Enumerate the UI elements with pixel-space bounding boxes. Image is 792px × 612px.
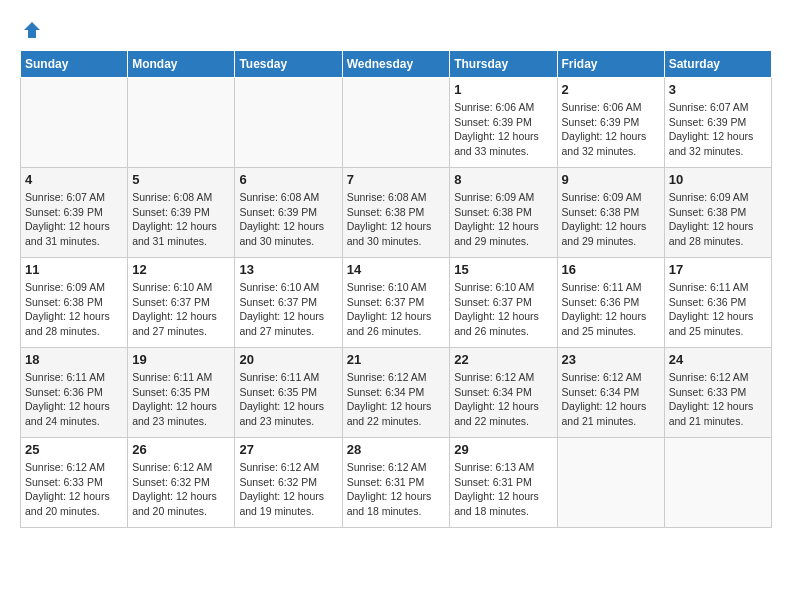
day-number: 8 bbox=[454, 172, 552, 187]
weekday-header-tuesday: Tuesday bbox=[235, 51, 342, 78]
calendar-week-row: 11Sunrise: 6:09 AM Sunset: 6:38 PM Dayli… bbox=[21, 258, 772, 348]
day-number: 12 bbox=[132, 262, 230, 277]
weekday-header-friday: Friday bbox=[557, 51, 664, 78]
calendar-cell bbox=[664, 438, 771, 528]
day-info: Sunrise: 6:12 AM Sunset: 6:33 PM Dayligh… bbox=[669, 370, 767, 429]
calendar-cell: 4Sunrise: 6:07 AM Sunset: 6:39 PM Daylig… bbox=[21, 168, 128, 258]
calendar-week-row: 1Sunrise: 6:06 AM Sunset: 6:39 PM Daylig… bbox=[21, 78, 772, 168]
day-info: Sunrise: 6:09 AM Sunset: 6:38 PM Dayligh… bbox=[454, 190, 552, 249]
day-info: Sunrise: 6:12 AM Sunset: 6:34 PM Dayligh… bbox=[562, 370, 660, 429]
calendar-cell bbox=[342, 78, 450, 168]
day-info: Sunrise: 6:08 AM Sunset: 6:38 PM Dayligh… bbox=[347, 190, 446, 249]
day-number: 23 bbox=[562, 352, 660, 367]
day-number: 22 bbox=[454, 352, 552, 367]
calendar-cell: 27Sunrise: 6:12 AM Sunset: 6:32 PM Dayli… bbox=[235, 438, 342, 528]
calendar-cell: 5Sunrise: 6:08 AM Sunset: 6:39 PM Daylig… bbox=[128, 168, 235, 258]
calendar-cell: 11Sunrise: 6:09 AM Sunset: 6:38 PM Dayli… bbox=[21, 258, 128, 348]
calendar-cell: 18Sunrise: 6:11 AM Sunset: 6:36 PM Dayli… bbox=[21, 348, 128, 438]
calendar-cell bbox=[235, 78, 342, 168]
day-number: 25 bbox=[25, 442, 123, 457]
day-info: Sunrise: 6:10 AM Sunset: 6:37 PM Dayligh… bbox=[454, 280, 552, 339]
calendar-cell: 24Sunrise: 6:12 AM Sunset: 6:33 PM Dayli… bbox=[664, 348, 771, 438]
day-number: 11 bbox=[25, 262, 123, 277]
day-number: 14 bbox=[347, 262, 446, 277]
day-number: 10 bbox=[669, 172, 767, 187]
day-number: 20 bbox=[239, 352, 337, 367]
day-info: Sunrise: 6:11 AM Sunset: 6:36 PM Dayligh… bbox=[669, 280, 767, 339]
calendar-week-row: 4Sunrise: 6:07 AM Sunset: 6:39 PM Daylig… bbox=[21, 168, 772, 258]
day-number: 16 bbox=[562, 262, 660, 277]
day-info: Sunrise: 6:13 AM Sunset: 6:31 PM Dayligh… bbox=[454, 460, 552, 519]
calendar-cell: 17Sunrise: 6:11 AM Sunset: 6:36 PM Dayli… bbox=[664, 258, 771, 348]
weekday-header-wednesday: Wednesday bbox=[342, 51, 450, 78]
day-number: 26 bbox=[132, 442, 230, 457]
day-number: 9 bbox=[562, 172, 660, 187]
day-info: Sunrise: 6:06 AM Sunset: 6:39 PM Dayligh… bbox=[454, 100, 552, 159]
day-number: 7 bbox=[347, 172, 446, 187]
calendar-cell: 10Sunrise: 6:09 AM Sunset: 6:38 PM Dayli… bbox=[664, 168, 771, 258]
calendar-cell: 16Sunrise: 6:11 AM Sunset: 6:36 PM Dayli… bbox=[557, 258, 664, 348]
day-number: 24 bbox=[669, 352, 767, 367]
calendar-cell: 3Sunrise: 6:07 AM Sunset: 6:39 PM Daylig… bbox=[664, 78, 771, 168]
day-info: Sunrise: 6:08 AM Sunset: 6:39 PM Dayligh… bbox=[239, 190, 337, 249]
logo bbox=[20, 20, 42, 34]
calendar-cell: 26Sunrise: 6:12 AM Sunset: 6:32 PM Dayli… bbox=[128, 438, 235, 528]
day-number: 1 bbox=[454, 82, 552, 97]
day-number: 6 bbox=[239, 172, 337, 187]
day-number: 19 bbox=[132, 352, 230, 367]
calendar-cell: 2Sunrise: 6:06 AM Sunset: 6:39 PM Daylig… bbox=[557, 78, 664, 168]
day-info: Sunrise: 6:07 AM Sunset: 6:39 PM Dayligh… bbox=[25, 190, 123, 249]
day-info: Sunrise: 6:07 AM Sunset: 6:39 PM Dayligh… bbox=[669, 100, 767, 159]
day-info: Sunrise: 6:06 AM Sunset: 6:39 PM Dayligh… bbox=[562, 100, 660, 159]
calendar-cell: 13Sunrise: 6:10 AM Sunset: 6:37 PM Dayli… bbox=[235, 258, 342, 348]
calendar-cell: 29Sunrise: 6:13 AM Sunset: 6:31 PM Dayli… bbox=[450, 438, 557, 528]
day-info: Sunrise: 6:10 AM Sunset: 6:37 PM Dayligh… bbox=[239, 280, 337, 339]
weekday-header-saturday: Saturday bbox=[664, 51, 771, 78]
calendar-cell: 25Sunrise: 6:12 AM Sunset: 6:33 PM Dayli… bbox=[21, 438, 128, 528]
day-number: 28 bbox=[347, 442, 446, 457]
day-number: 3 bbox=[669, 82, 767, 97]
day-number: 18 bbox=[25, 352, 123, 367]
day-info: Sunrise: 6:11 AM Sunset: 6:36 PM Dayligh… bbox=[562, 280, 660, 339]
calendar-week-row: 18Sunrise: 6:11 AM Sunset: 6:36 PM Dayli… bbox=[21, 348, 772, 438]
weekday-header-thursday: Thursday bbox=[450, 51, 557, 78]
calendar-cell: 15Sunrise: 6:10 AM Sunset: 6:37 PM Dayli… bbox=[450, 258, 557, 348]
calendar-cell: 7Sunrise: 6:08 AM Sunset: 6:38 PM Daylig… bbox=[342, 168, 450, 258]
calendar-cell: 1Sunrise: 6:06 AM Sunset: 6:39 PM Daylig… bbox=[450, 78, 557, 168]
day-info: Sunrise: 6:12 AM Sunset: 6:34 PM Dayligh… bbox=[347, 370, 446, 429]
day-info: Sunrise: 6:09 AM Sunset: 6:38 PM Dayligh… bbox=[669, 190, 767, 249]
calendar-cell bbox=[128, 78, 235, 168]
day-info: Sunrise: 6:08 AM Sunset: 6:39 PM Dayligh… bbox=[132, 190, 230, 249]
day-number: 29 bbox=[454, 442, 552, 457]
day-number: 2 bbox=[562, 82, 660, 97]
day-info: Sunrise: 6:09 AM Sunset: 6:38 PM Dayligh… bbox=[25, 280, 123, 339]
logo-icon bbox=[22, 20, 42, 40]
day-number: 21 bbox=[347, 352, 446, 367]
calendar-cell: 21Sunrise: 6:12 AM Sunset: 6:34 PM Dayli… bbox=[342, 348, 450, 438]
weekday-header-monday: Monday bbox=[128, 51, 235, 78]
day-info: Sunrise: 6:11 AM Sunset: 6:36 PM Dayligh… bbox=[25, 370, 123, 429]
day-number: 27 bbox=[239, 442, 337, 457]
calendar-table: SundayMondayTuesdayWednesdayThursdayFrid… bbox=[20, 50, 772, 528]
calendar-cell: 28Sunrise: 6:12 AM Sunset: 6:31 PM Dayli… bbox=[342, 438, 450, 528]
weekday-header-sunday: Sunday bbox=[21, 51, 128, 78]
weekday-header-row: SundayMondayTuesdayWednesdayThursdayFrid… bbox=[21, 51, 772, 78]
day-number: 17 bbox=[669, 262, 767, 277]
day-info: Sunrise: 6:10 AM Sunset: 6:37 PM Dayligh… bbox=[347, 280, 446, 339]
calendar-cell: 23Sunrise: 6:12 AM Sunset: 6:34 PM Dayli… bbox=[557, 348, 664, 438]
calendar-cell: 9Sunrise: 6:09 AM Sunset: 6:38 PM Daylig… bbox=[557, 168, 664, 258]
calendar-cell: 12Sunrise: 6:10 AM Sunset: 6:37 PM Dayli… bbox=[128, 258, 235, 348]
calendar-cell bbox=[21, 78, 128, 168]
day-number: 13 bbox=[239, 262, 337, 277]
day-info: Sunrise: 6:10 AM Sunset: 6:37 PM Dayligh… bbox=[132, 280, 230, 339]
calendar-cell bbox=[557, 438, 664, 528]
day-number: 15 bbox=[454, 262, 552, 277]
day-info: Sunrise: 6:12 AM Sunset: 6:32 PM Dayligh… bbox=[132, 460, 230, 519]
day-info: Sunrise: 6:09 AM Sunset: 6:38 PM Dayligh… bbox=[562, 190, 660, 249]
day-info: Sunrise: 6:12 AM Sunset: 6:34 PM Dayligh… bbox=[454, 370, 552, 429]
day-number: 4 bbox=[25, 172, 123, 187]
calendar-cell: 8Sunrise: 6:09 AM Sunset: 6:38 PM Daylig… bbox=[450, 168, 557, 258]
day-number: 5 bbox=[132, 172, 230, 187]
day-info: Sunrise: 6:11 AM Sunset: 6:35 PM Dayligh… bbox=[239, 370, 337, 429]
calendar-cell: 19Sunrise: 6:11 AM Sunset: 6:35 PM Dayli… bbox=[128, 348, 235, 438]
